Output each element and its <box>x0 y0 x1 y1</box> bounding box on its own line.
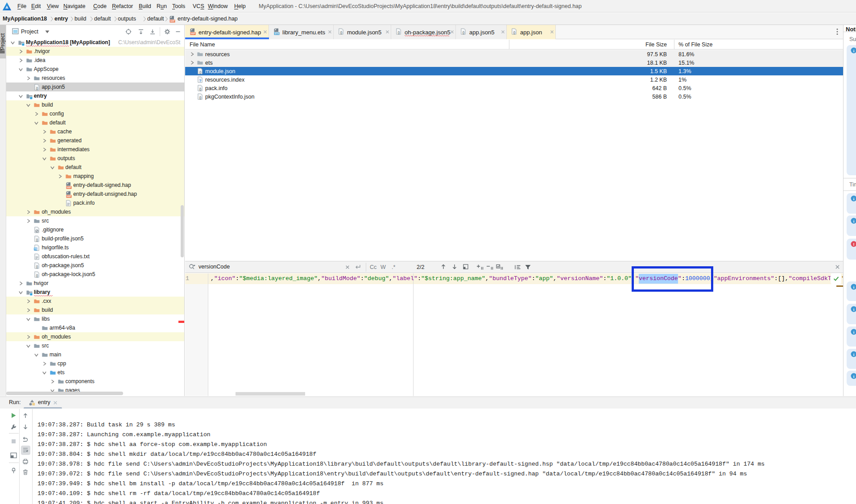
svg-text:{}: {} <box>463 31 465 34</box>
svg-text:{}: {} <box>36 274 38 277</box>
svg-text:?: ? <box>199 78 201 83</box>
svg-text:HAP: HAP <box>191 33 195 35</box>
svg-text:{}: {} <box>36 265 38 269</box>
svg-text:HAP: HAP <box>67 195 71 198</box>
svg-text:{}: {} <box>199 96 202 99</box>
svg-text:HAP: HAP <box>67 186 71 189</box>
svg-text:TS: TS <box>34 248 37 250</box>
svg-text:{}: {} <box>340 31 343 34</box>
svg-text:{}: {} <box>36 238 38 242</box>
svg-text:{}: {} <box>199 87 202 91</box>
svg-text:{}: {} <box>398 31 400 34</box>
svg-text:{}: {} <box>513 31 516 34</box>
svg-text:{}: {} <box>199 70 202 74</box>
svg-text:HAP: HAP <box>170 20 175 22</box>
svg-text:!: ! <box>853 242 855 247</box>
svg-text:ETS: ETS <box>275 33 279 35</box>
svg-text:{}: {} <box>36 87 38 90</box>
